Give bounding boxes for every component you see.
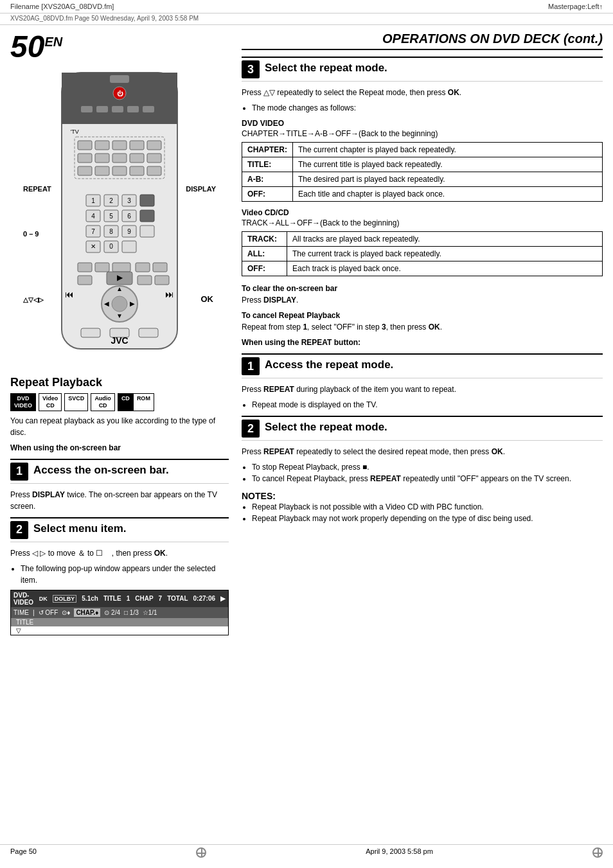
- cancel-repeat-label: To cancel Repeat Playback: [242, 311, 340, 320]
- svg-text:▶: ▶: [130, 300, 135, 307]
- svg-rect-6: [81, 106, 93, 112]
- svg-rect-53: [122, 241, 136, 252]
- sub-header: XVS20AG_08DVD.fm Page 50 Wednesday, Apri…: [0, 13, 613, 25]
- onscreen-mid-row: TIME | ↺ OFF ⊙♦ CHAP.♦ ⊙ 2/4 □ 1/3 ☆1/1: [11, 607, 228, 618]
- svg-rect-23: [95, 166, 109, 175]
- notes-list: Repeat Playback is not possible with a V…: [242, 501, 603, 524]
- video-cd-table: TRACK: All tracks are played back repeat…: [242, 231, 603, 276]
- step3-bullet: The mode changes as follows:: [252, 102, 603, 114]
- chap-highlight: CHAP.♦: [74, 608, 100, 617]
- when-repeat-label: When using the REPEAT button:: [242, 337, 603, 348]
- media-badges: DVDVIDEO VideoCD SVCD AudioCD CD ROM: [10, 393, 229, 411]
- table-cell-term: TITLE:: [242, 157, 293, 172]
- footer-right: April 9, 2003 5:58 pm: [366, 847, 433, 858]
- svg-rect-55: [95, 263, 109, 272]
- label-ok: OK: [201, 294, 214, 304]
- svg-rect-16: [147, 141, 161, 150]
- table-cell-desc: The current track is played back repeate…: [287, 247, 603, 261]
- table-cell-term: ALL:: [242, 247, 287, 261]
- remote-control-image: ⏻ ˈTV: [23, 66, 216, 368]
- step2r-number: 2: [242, 420, 260, 438]
- note-item-2: Repeat Playback may not work properly de…: [252, 513, 603, 524]
- page-footer: Page 50 April 9, 2003 5:58 pm: [0, 844, 613, 860]
- video-cd-label: Video CD/CD: [242, 208, 603, 217]
- svg-rect-12: [78, 141, 92, 150]
- table-cell-desc: The current title is played back repeate…: [293, 157, 603, 172]
- label-0-9: 0 – 9: [23, 230, 39, 238]
- svg-text:▶: ▶: [117, 273, 123, 282]
- table-cell-desc: Each track is played back once.: [287, 261, 603, 276]
- page-content: 50EN ⏻: [0, 25, 613, 646]
- step1r-number: 1: [242, 357, 260, 375]
- svg-rect-25: [130, 166, 144, 175]
- dvd-video-label: DVD VIDEO: [242, 119, 603, 128]
- cancel-repeat: To cancel Repeat Playback Repeat from st…: [242, 310, 603, 333]
- svg-rect-9: [127, 106, 139, 112]
- step2-text: Press ◁ ▷ to move ＆ to ☐ , then press OK…: [10, 547, 229, 559]
- svg-rect-57: [136, 263, 150, 272]
- step1r-bullets: Repeat mode is displayed on the TV.: [242, 399, 603, 411]
- svg-rect-8: [112, 106, 123, 112]
- svg-text:⏮: ⏮: [65, 289, 74, 299]
- svg-rect-17: [78, 154, 92, 163]
- svg-rect-20: [130, 154, 144, 163]
- step2r-bullets: To stop Repeat Playback, press ■. To can…: [242, 461, 603, 484]
- step1-title: Access the on-screen bar.: [33, 463, 169, 477]
- table-row: OFF: Each title and chapter is played ba…: [242, 187, 603, 202]
- badge-video-cd: VideoCD: [39, 393, 62, 411]
- step1r-box: 1 Access the repeat mode.: [242, 353, 603, 378]
- table-row: TRACK: All tracks are played back repeat…: [242, 232, 603, 247]
- step3-intro: Press △▽ repeatedly to select the Repeat…: [242, 87, 603, 98]
- note-item-1: Repeat Playback is not possible with a V…: [252, 501, 603, 513]
- svg-rect-26: [147, 166, 161, 175]
- svg-text:9: 9: [127, 228, 131, 235]
- svg-rect-58: [153, 263, 167, 272]
- svg-rect-10: [143, 106, 154, 112]
- subheader-left: XVS20AG_08DVD.fm Page 50 Wednesday, Apri…: [10, 15, 199, 22]
- svg-rect-18: [95, 154, 109, 163]
- label-repeat: REPEAT: [23, 185, 51, 193]
- when-onscreen-label: When using the on-screen bar: [10, 442, 229, 454]
- svg-rect-62: [138, 276, 152, 285]
- step2-bullet: The following pop-up window appears unde…: [21, 563, 229, 586]
- step3-box: 3 Select the repeat mode.: [242, 57, 603, 82]
- step3-title: Select the repeat mode.: [265, 60, 387, 75]
- footer-left: Page 50: [10, 847, 37, 858]
- table-cell-desc: The desired part is played back repeated…: [293, 172, 603, 187]
- step3-number: 3: [242, 60, 260, 78]
- svg-rect-34: [140, 195, 154, 206]
- svg-text:⏭: ⏭: [165, 289, 174, 299]
- svg-text:7: 7: [91, 228, 95, 235]
- step2r-bullet-2: To cancel Repeat Playback, press REPEAT …: [252, 473, 603, 484]
- step2-box: 2 Select menu item.: [10, 517, 229, 542]
- svg-text:4: 4: [91, 213, 95, 220]
- notes-section: NOTES: Repeat Playback is not possible w…: [242, 491, 603, 524]
- table-cell-term: CHAPTER:: [242, 143, 293, 157]
- header-bar: Filename [XVS20AG_08DVD.fm] Masterpage:L…: [0, 0, 613, 13]
- step1-box: 1 Access the on-screen bar.: [10, 459, 229, 484]
- svg-rect-54: [78, 263, 92, 272]
- step3-bullets: The mode changes as follows:: [242, 102, 603, 114]
- svg-text:ˈTV: ˈTV: [70, 128, 79, 135]
- svg-rect-56: [112, 263, 130, 272]
- table-cell-term: OFF:: [242, 187, 293, 202]
- step1r-text: Press REPEAT during playback of the item…: [242, 384, 603, 395]
- step2r-box: 2 Select the repeat mode.: [242, 416, 603, 441]
- page-number: 50EN: [10, 31, 62, 62]
- svg-rect-24: [112, 166, 127, 175]
- svg-rect-72: [81, 328, 100, 337]
- svg-rect-48: [140, 226, 154, 237]
- badge-svcd: SVCD: [64, 393, 88, 411]
- svg-rect-3: [110, 75, 129, 83]
- table-cell-desc: All tracks are played back repeatedly.: [287, 232, 603, 247]
- clear-onscreen-label: To clear the on-screen bar: [242, 284, 337, 293]
- table-cell-desc: Each title and chapter is played back on…: [293, 187, 603, 202]
- table-row: ALL: The current track is played back re…: [242, 247, 603, 261]
- footer-crosshair-left: [196, 847, 206, 858]
- step2-title: Select menu item.: [33, 521, 127, 535]
- table-row: TITLE: The current title is played back …: [242, 157, 603, 172]
- repeat-playback-heading: Repeat Playback: [10, 376, 229, 389]
- svg-text:JVC: JVC: [111, 335, 128, 346]
- step2r-text: Press REPEAT repeatedly to select the de…: [242, 446, 603, 457]
- clear-onscreen: To clear the on-screen bar Press DISPLAY…: [242, 283, 603, 306]
